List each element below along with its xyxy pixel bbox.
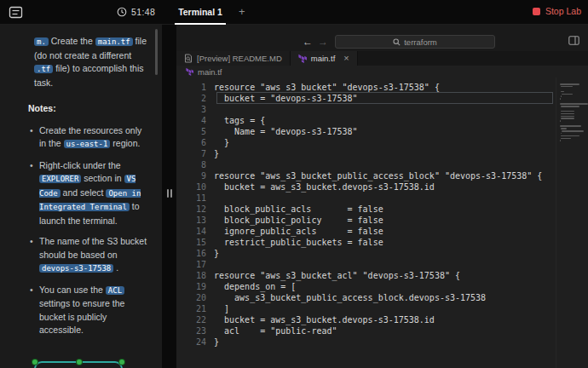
session-timer: 51:48 bbox=[117, 7, 155, 17]
line-number: 24 bbox=[176, 336, 214, 348]
code-line[interactable]: 9resource "aws_s3_bucket_public_access_b… bbox=[176, 170, 556, 181]
code-line[interactable]: 6 } bbox=[176, 137, 556, 148]
tab-readme-preview[interactable]: [Preview] README.MD bbox=[176, 51, 291, 66]
command-center-search[interactable]: terraform bbox=[335, 35, 495, 49]
line-text: resource "aws_s3_bucket" "devops-s3-1753… bbox=[214, 82, 440, 93]
forward-button[interactable]: → bbox=[318, 36, 328, 48]
code-line[interactable]: 21 ] bbox=[176, 303, 556, 314]
panel-resize-handle[interactable] bbox=[162, 25, 176, 368]
code-line[interactable]: 5 Name = "devops-s3-17538" bbox=[176, 126, 556, 137]
line-number: 23 bbox=[176, 325, 214, 336]
inline-code: main.tf bbox=[95, 37, 133, 46]
code-line[interactable]: 4 tags = { bbox=[176, 115, 556, 126]
line-number: 19 bbox=[176, 281, 214, 292]
line-text: block_public_acls = false bbox=[214, 204, 383, 215]
stop-lab-label: Stop Lab bbox=[545, 6, 581, 16]
line-text: Name = "devops-s3-17538" bbox=[214, 126, 358, 137]
line-number: 22 bbox=[176, 314, 214, 325]
code-line[interactable]: 16} bbox=[176, 248, 556, 259]
code-line[interactable]: 2 bucket = "devops-s3-17538" bbox=[176, 93, 556, 104]
line-number: 6 bbox=[176, 137, 214, 148]
line-number: 14 bbox=[176, 226, 214, 237]
code-line[interactable]: 8 bbox=[176, 159, 556, 170]
menu-icon[interactable] bbox=[9, 5, 23, 20]
terraform-icon bbox=[298, 54, 307, 63]
code-line[interactable]: 22 bucket = aws_s3_bucket.devops-s3-1753… bbox=[176, 314, 556, 325]
selection-handle bbox=[119, 359, 124, 365]
line-number: 1 bbox=[176, 82, 214, 93]
code-line[interactable]: 12 block_public_acls = false bbox=[176, 204, 556, 215]
close-tab-icon[interactable]: × bbox=[343, 54, 349, 63]
note-item: The name of the S3 bucket should be base… bbox=[39, 235, 148, 276]
line-text: } bbox=[214, 336, 219, 348]
notes-list: Create the resources only in the us-east… bbox=[28, 124, 148, 337]
editor-titlebar: ← → terraform bbox=[176, 25, 588, 51]
line-number: 13 bbox=[176, 215, 214, 226]
line-text: ] bbox=[214, 303, 229, 314]
line-text: bucket = aws_s3_bucket.devops-s3-17538.i… bbox=[214, 314, 435, 325]
new-terminal-button[interactable]: + bbox=[235, 5, 249, 19]
code-line[interactable]: 10 bucket = aws_s3_bucket.devops-s3-1753… bbox=[176, 181, 556, 193]
terraform-icon bbox=[186, 67, 193, 76]
code-line[interactable]: 13 block_public_policy = false bbox=[176, 215, 556, 226]
line-text: acl = "public-read" bbox=[214, 325, 337, 336]
selection-handle bbox=[77, 359, 82, 365]
terminal-tab-label: Terminal 1 bbox=[178, 7, 222, 17]
code-area[interactable]: 1resource "aws_s3_bucket" "devops-s3-175… bbox=[176, 78, 556, 368]
preview-icon bbox=[184, 54, 193, 63]
line-text: } bbox=[214, 137, 229, 148]
line-text: aws_s3_bucket_public_access_block.devops… bbox=[214, 292, 486, 303]
instructions-panel: m. Create the main.tf file (do not creat… bbox=[0, 25, 162, 368]
line-number: 8 bbox=[176, 159, 214, 170]
stop-lab-button[interactable]: Stop Lab bbox=[533, 6, 581, 16]
tab-main-tf[interactable]: main.tf × bbox=[291, 51, 358, 66]
code-line[interactable]: 19 depends_on = [ bbox=[176, 281, 556, 292]
code-line[interactable]: 18resource "aws_s3_bucket_acl" "devops-s… bbox=[176, 270, 556, 281]
code-line[interactable]: 23 acl = "public-read" bbox=[176, 325, 556, 336]
clock-icon bbox=[117, 7, 127, 17]
code-line[interactable]: 14 ignore_public_acls = false bbox=[176, 226, 556, 237]
line-number: 3 bbox=[176, 104, 214, 115]
inline-code: ACL bbox=[106, 286, 124, 295]
line-number: 18 bbox=[176, 270, 214, 281]
code-line[interactable]: 17 bbox=[176, 259, 556, 270]
inline-code: us-east-1 bbox=[64, 140, 111, 148]
line-number: 20 bbox=[176, 292, 214, 303]
minimap[interactable] bbox=[556, 78, 588, 368]
code-line[interactable]: 11 bbox=[176, 193, 556, 204]
code-line[interactable]: 1resource "aws_s3_bucket" "devops-s3-175… bbox=[176, 82, 556, 93]
line-number: 2 bbox=[176, 93, 214, 104]
inline-code: devops-s3-17538 bbox=[39, 264, 113, 273]
line-text: depends_on = [ bbox=[214, 281, 296, 292]
tab-terminal-1[interactable]: Terminal 1 bbox=[175, 0, 226, 25]
line-number: 17 bbox=[176, 259, 214, 270]
line-number: 9 bbox=[176, 170, 214, 181]
selection-handle bbox=[32, 359, 37, 365]
instruction-intro: m. Create the main.tf file (do not creat… bbox=[34, 35, 148, 89]
topbar: 51:48 Terminal 1 + Stop Lab bbox=[0, 0, 588, 25]
code-line[interactable]: 3 bbox=[176, 104, 556, 115]
lab-environment: 51:48 Terminal 1 + Stop Lab m. Create th… bbox=[0, 0, 588, 368]
line-number: 11 bbox=[176, 193, 214, 204]
sidebar-scrollbar[interactable] bbox=[155, 29, 158, 75]
notes-heading: Notes: bbox=[28, 102, 148, 116]
line-number: 16 bbox=[176, 248, 214, 259]
line-text: block_public_policy = false bbox=[214, 215, 383, 226]
code-line[interactable]: 24} bbox=[176, 336, 556, 348]
line-text: resource "aws_s3_bucket_public_access_bl… bbox=[214, 170, 542, 181]
search-icon bbox=[393, 38, 401, 46]
line-text: } bbox=[214, 148, 219, 159]
note-item: Create the resources only in the us-east… bbox=[39, 124, 148, 152]
back-button[interactable]: ← bbox=[303, 36, 313, 48]
line-text: resource "aws_s3_bucket_acl" "devops-s3-… bbox=[214, 270, 460, 281]
code-line[interactable]: 20 aws_s3_bucket_public_access_block.dev… bbox=[176, 292, 556, 303]
line-text: bucket = aws_s3_bucket.devops-s3-17538.i… bbox=[214, 181, 435, 193]
breadcrumb[interactable]: main.tf bbox=[176, 66, 588, 78]
editor-tabbar: [Preview] README.MD main.tf × bbox=[176, 51, 588, 66]
layout-icon[interactable] bbox=[568, 36, 579, 45]
line-number: 5 bbox=[176, 126, 214, 137]
stop-icon bbox=[533, 8, 540, 15]
code-line[interactable]: 7} bbox=[176, 148, 556, 159]
code-line[interactable]: 15 restrict_public_buckets = false bbox=[176, 237, 556, 248]
inline-code: EXPLORER bbox=[39, 175, 81, 183]
